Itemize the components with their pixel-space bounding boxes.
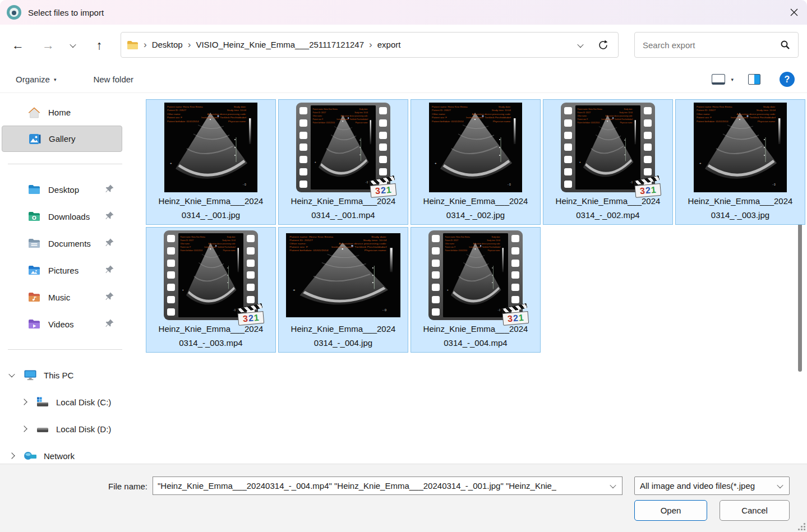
sidebar-item-home[interactable]: Home [2,99,122,126]
svg-text:Patient sex: F: Patient sex: F [577,118,588,121]
svg-text:Study date:: Study date: [499,105,511,108]
svg-text:Patient ID: 20527: Patient ID: 20527 [577,112,591,114]
recent-locations-icon[interactable] [68,43,77,48]
up-icon[interactable]: ↑ [91,39,107,52]
new-folder-button[interactable]: New folder [93,75,133,84]
file-name: Heinz_Knie_Emma___20240314_-_001.mp4 [291,194,396,222]
svg-text:Institution name: Tierklinik P: Institution name: Tierklinik Perchtoldsd… [201,116,247,119]
media-player-badge-icon: 321 [634,178,662,198]
svg-text:Patient name: Heinz Knie Emma: Patient name: Heinz Knie Emma [432,105,468,108]
view-caret-icon[interactable]: ▾ [731,77,734,82]
file-name: Heinz_Knie_Emma___20240314_-_004.mp4 [423,322,528,350]
file-picker-dialog: Select files to import ← → ↑ ›Desktop›VI… [0,0,807,532]
file-type-select[interactable]: All image and video files(*.jpeg [634,477,790,495]
file-name: Heinz_Knie_Emma___20240314_-_003.jpg [688,194,793,222]
disk-icon [36,423,49,435]
organize-caret-icon: ▾ [54,77,57,82]
sidebar-item-music[interactable]: Music [2,284,122,311]
forward-icon[interactable]: → [40,39,56,52]
svg-text:Patient sex: F: Patient sex: F [312,118,323,121]
sidebar-item-this-pc[interactable]: This PC [0,362,130,388]
change-view-icon[interactable] [712,74,725,85]
svg-text:Other name:: Other name: [432,113,445,115]
address-dropdown-icon[interactable] [578,40,583,50]
sidebar-item-local-disk-c-[interactable]: Local Disk (C:) [0,388,130,415]
file-tile[interactable]: + - 0 Patient name: Heinz Knie EmmaPatie… [278,99,408,225]
sidebar-item-local-disk-d-[interactable]: Local Disk (D:) [0,415,130,442]
svg-text:Institution name: Tierklinik P: Institution name: Tierklinik Perchtoldsd… [336,118,368,121]
help-icon[interactable]: ? [780,72,795,87]
file-name: Heinz_Knie_Emma___20240314_-_002.mp4 [556,194,661,222]
sidebar-item-network[interactable]: Network [0,442,130,464]
network-icon [24,450,37,462]
svg-text:Institution name: Tierklinik P: Institution name: Tierklinik Perchtoldsd… [204,246,236,249]
breadcrumb-segment[interactable]: Desktop [152,40,183,49]
file-name-input[interactable]: "Heinz_Knie_Emma___20240314_-_004.mp4" "… [153,477,622,495]
svg-text:Physician name:: Physician name: [356,122,368,124]
breadcrumb-segment[interactable]: VISIO_Heinz_Knie_Emma___251117121247 [196,40,364,49]
svg-text:Patient birthdate: 01/01/2014: Patient birthdate: 01/01/2014 [577,122,599,124]
chevron-right-icon[interactable] [20,400,28,404]
media-player-badge-icon: 321 [370,178,397,198]
svg-text:Patient sex: F: Patient sex: F [167,116,182,119]
sidebar-item-gallery[interactable]: Gallery [2,126,122,152]
file-thumbnail: + - 0 Patient name: Heinz Knie EmmaPatie… [286,229,400,322]
sidebar-item-downloads[interactable]: Downloads [2,203,122,230]
sidebar-item-desktop[interactable]: Desktop [2,176,122,203]
svg-text:Study time: 10:04: Study time: 10:04 [487,239,500,242]
file-tile[interactable]: + - 0 Patient name: Heinz Knie EmmaPatie… [278,227,408,353]
svg-text:Acquisition device processing: Acquisition device processing code: [605,115,633,118]
sidebar-item-label: Downloads [48,212,90,221]
svg-text:Patient sex: F: Patient sex: F [289,246,308,248]
file-name-value: "Heinz_Knie_Emma___20240314_-_004.mp4" "… [158,481,556,491]
file-thumbnail: + - 0 Patient name: Heinz Knie EmmaPatie… [694,101,787,194]
chevron-right-icon[interactable] [8,454,16,458]
file-tile[interactable]: + - 0 Patient name: Heinz Knie EmmaPatie… [146,99,276,225]
back-icon[interactable]: ← [10,39,26,52]
folder-documents-icon [28,237,40,249]
sidebar-item-videos[interactable]: Videos [2,311,122,337]
sidebar-item-pictures[interactable]: Pictures [2,257,122,284]
svg-text:Other name:: Other name: [697,113,710,115]
close-icon[interactable] [781,0,807,24]
pin-icon [105,211,114,222]
breadcrumb-segment[interactable]: export [377,40,401,49]
file-tile[interactable]: + - 0 Patient name: Heinz Knie EmmaPatie… [675,99,805,225]
chevron-down-icon[interactable] [8,373,16,377]
svg-text:+: + [170,161,172,165]
file-name: Heinz_Knie_Emma___20240314_-_003.mp4 [159,322,264,350]
svg-text:Study time: 10:04: Study time: 10:04 [222,239,236,242]
filmstrip-thumbnail: + - 0 Patient name: Heinz Knie EmmaPatie… [561,103,655,192]
search-icon[interactable] [780,40,790,50]
sidebar-item-label: Network [44,451,75,461]
sidebar-item-documents[interactable]: Documents [2,230,122,257]
address-bar[interactable]: ›Desktop›VISIO_Heinz_Knie_Emma___2511171… [121,32,619,58]
sidebar-item-label: Music [48,293,70,302]
svg-text:Physician name:: Physician name: [488,249,500,252]
file-name-dropdown-icon[interactable] [610,482,616,488]
preview-pane-icon[interactable] [748,74,760,85]
file-tile[interactable]: + - 0 Patient name: Heinz Knie EmmaPatie… [146,227,276,353]
refresh-icon[interactable] [597,39,609,51]
svg-text:Other name:: Other name: [180,243,190,246]
file-tile[interactable]: + - 0 Patient name: Heinz Knie EmmaPatie… [411,99,541,225]
sidebar-item-label: Local Disk (C:) [56,397,111,407]
svg-text:Institution name: Tierklinik P: Institution name: Tierklinik Perchtoldsd… [331,246,387,248]
svg-text:Acquisition device processing: Acquisition device processing code: [207,113,246,115]
file-tile[interactable]: + - 0 Patient name: Heinz Knie EmmaPatie… [411,227,541,353]
svg-text:Patient name: Heinz Knie Emma: Patient name: Heinz Knie Emma [312,108,338,111]
media-player-badge-icon: 321 [237,306,265,326]
navigation-bar: ← → ↑ ›Desktop›VISIO_Heinz_Knie_Emma___2… [0,25,807,66]
open-button[interactable]: Open [634,500,707,521]
svg-text:Patient ID: 20527: Patient ID: 20527 [432,109,451,112]
cancel-button[interactable]: Cancel [720,500,790,521]
resize-grip[interactable] [799,524,805,530]
chevron-right-icon[interactable] [20,427,28,431]
svg-text:- 0: - 0 [233,308,236,312]
organize-button[interactable]: Organize▾ [16,75,56,84]
file-tile[interactable]: + - 0 Patient name: Heinz Knie EmmaPatie… [543,99,673,225]
search-input[interactable]: Search export [634,32,799,58]
file-thumbnail: + - 0 Patient name: Heinz Knie EmmaPatie… [561,101,655,194]
svg-text:Study date:: Study date: [359,108,368,111]
sidebar-item-label: Desktop [48,185,79,195]
